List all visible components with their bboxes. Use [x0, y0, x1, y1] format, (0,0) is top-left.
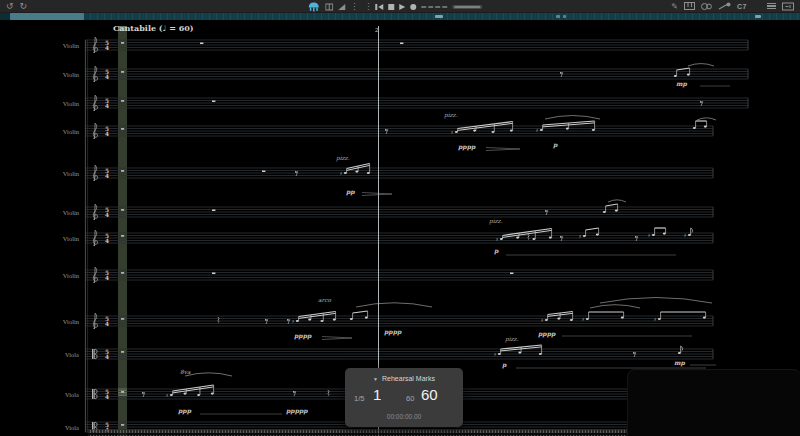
skip-to-start-button[interactable]: [378, 4, 383, 10]
dynamic-marking[interactable]: p: [552, 141, 558, 149]
time-signature[interactable]: 54: [105, 69, 109, 80]
timeline-view-thumb[interactable]: [10, 13, 84, 20]
bar1-rest[interactable]: [121, 42, 124, 43]
technique-text[interactable]: pizz.: [488, 218, 503, 225]
bar1-rest[interactable]: [121, 128, 124, 129]
slur[interactable]: [356, 303, 432, 307]
note-group[interactable]: ♯: [582, 312, 624, 322]
slur[interactable]: [697, 118, 716, 120]
bar1-rest[interactable]: [121, 318, 124, 319]
whole-rest[interactable]: [200, 43, 203, 45]
dynamic-marking[interactable]: mp: [674, 359, 686, 367]
dynamic-marking[interactable]: p: [493, 247, 499, 255]
customize-toolbar-icon[interactable]: [782, 2, 794, 11]
dynamic-marking[interactable]: pppp: [537, 330, 556, 338]
fretboard-panel-icon[interactable]: [718, 2, 731, 11]
app-logo-icon[interactable]: [307, 1, 320, 12]
bar1-rest[interactable]: [121, 100, 124, 101]
slur[interactable]: [185, 373, 232, 376]
note-group[interactable]: [693, 121, 707, 129]
note-group[interactable]: [678, 346, 683, 354]
time-signature[interactable]: 54: [105, 389, 109, 400]
stop-button[interactable]: [388, 4, 394, 10]
chord-symbol-button[interactable]: C7: [737, 3, 747, 10]
tempo-value[interactable]: 60: [421, 386, 438, 403]
time-signature[interactable]: 54: [105, 168, 109, 179]
whole-rest[interactable]: [262, 171, 265, 173]
mini-transport-panel[interactable]: ▼ Rehearsal Marks 1/5 1 60 60 00:00:00.0…: [345, 368, 463, 427]
staff-label[interactable]: Violin: [63, 170, 80, 177]
undo-icon[interactable]: ↺: [6, 0, 14, 13]
eighth-rest[interactable]: [293, 391, 296, 396]
staff-label[interactable]: Violin: [63, 235, 80, 242]
staff-label[interactable]: Violin: [63, 209, 80, 216]
time-signature[interactable]: 54: [105, 316, 109, 327]
time-signature[interactable]: 54: [105, 270, 109, 281]
whole-rest[interactable]: [510, 273, 513, 275]
technique-text[interactable]: pizz.: [443, 112, 458, 119]
dynamic-marking[interactable]: p: [501, 361, 507, 369]
note-group[interactable]: ♯: [654, 312, 706, 322]
staff-label[interactable]: Violin: [63, 128, 80, 135]
tempo-marking[interactable]: Cantabile (♩ = 60): [113, 23, 194, 33]
whole-rest[interactable]: [212, 101, 215, 103]
dynamic-marking[interactable]: pp: [345, 188, 355, 196]
quarter-rest[interactable]: [218, 317, 219, 323]
time-signature[interactable]: 54: [105, 207, 109, 218]
note-group[interactable]: ♯: [340, 164, 370, 176]
note-group[interactable]: ♯: [451, 122, 513, 135]
slur[interactable]: [545, 116, 600, 119]
dynamic-marking[interactable]: pppp: [457, 143, 476, 151]
hairpin-diminuendo[interactable]: [322, 337, 352, 340]
whole-rest[interactable]: [212, 273, 215, 275]
redo-icon[interactable]: ↻: [20, 0, 28, 13]
metronome-grid-icon[interactable]: [325, 3, 333, 11]
mini-transport-header[interactable]: ▼ Rehearsal Marks: [345, 375, 463, 382]
quarter-rest[interactable]: [528, 234, 529, 240]
time-signature[interactable]: 54: [105, 126, 109, 137]
staff-label[interactable]: Violin: [63, 42, 80, 49]
bar1-rest[interactable]: [121, 71, 124, 72]
bar1-rest[interactable]: [121, 391, 124, 392]
staff-label[interactable]: Viola: [65, 391, 79, 398]
position-value[interactable]: 1: [373, 386, 381, 403]
bar1-rest[interactable]: [121, 170, 124, 171]
staff-label[interactable]: Violin: [63, 272, 80, 279]
technique-text[interactable]: arco: [318, 297, 331, 303]
slur[interactable]: [590, 305, 640, 308]
time-signature[interactable]: 54: [105, 40, 109, 51]
record-button[interactable]: [410, 4, 416, 10]
dynamic-marking[interactable]: ppppp: [285, 407, 308, 415]
technique-text[interactable]: pizz.: [504, 336, 519, 343]
library-menu-icon[interactable]: [767, 3, 776, 10]
staff-label[interactable]: Violin: [63, 71, 80, 78]
staff-label[interactable]: Viola: [65, 351, 79, 358]
slur[interactable]: [688, 64, 714, 66]
slur[interactable]: [600, 298, 712, 304]
dynamic-marking[interactable]: ppp: [177, 407, 192, 415]
volume-ramp-icon[interactable]: [338, 4, 345, 10]
note-group[interactable]: ♯: [496, 229, 552, 242]
technique-text[interactable]: 8va: [180, 369, 191, 375]
bar1-rest[interactable]: [121, 209, 124, 210]
dynamic-marking[interactable]: pppp: [383, 328, 402, 336]
quarter-rest[interactable]: [328, 390, 329, 396]
staff-label[interactable]: Violin: [63, 318, 80, 325]
time-signature[interactable]: 54: [105, 98, 109, 109]
hairpin-diminuendo[interactable]: [362, 193, 392, 196]
technique-text[interactable]: pizz.: [335, 155, 350, 162]
staff-label[interactable]: Viola: [65, 424, 79, 431]
note-group[interactable]: ♯: [494, 345, 542, 357]
timeline-minimap[interactable]: [0, 13, 800, 20]
dynamic-marking[interactable]: mp: [676, 80, 688, 88]
play-button[interactable]: [399, 4, 405, 10]
whole-rest[interactable]: [400, 43, 403, 45]
time-signature[interactable]: 54: [105, 349, 109, 360]
note-input-pencil-icon[interactable]: ✎: [671, 0, 678, 13]
whole-rest[interactable]: [212, 210, 215, 212]
time-signature[interactable]: 54: [105, 233, 109, 244]
dynamic-marking[interactable]: pppp: [293, 332, 312, 340]
hairpin-diminuendo[interactable]: [486, 148, 520, 151]
note-group[interactable]: ♯: [292, 312, 336, 324]
tempo-slider[interactable]: [452, 5, 482, 9]
